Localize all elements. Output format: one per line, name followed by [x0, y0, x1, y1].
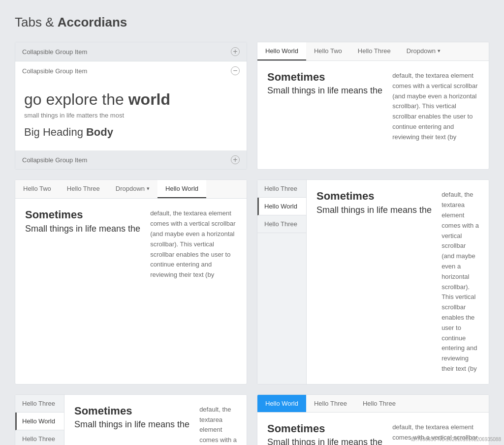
tab-pill-hello-three-1[interactable]: Hello Three	[306, 395, 355, 412]
vertical-tabs-content-bl: Sometimes Small things in life means the…	[64, 395, 247, 445]
tab-pill-hello-world[interactable]: Hello World	[257, 395, 306, 412]
vtabs-sometimes-sub: Small things in life means the	[316, 204, 432, 216]
tabs-panel-bottom-left: Hello Three Hello World Hello Three Some…	[15, 394, 247, 445]
tabs-br-content-left: Sometimes Small things in life means the	[267, 422, 382, 445]
vtab-bl-hello-three-2[interactable]: Hello Three	[15, 430, 64, 445]
tab-dropdown-mid[interactable]: Dropdown	[108, 180, 158, 198]
tabs-header-bottom-right: Hello World Hello Three Hello Three	[257, 395, 489, 413]
tabs-panel-mid-left: Hello Two Hello Three Dropdown Hello Wor…	[15, 179, 247, 384]
accordion-item-3[interactable]: Collapsible Group Item +	[15, 150, 247, 169]
tab-hello-three-mid[interactable]: Hello Three	[59, 180, 108, 198]
tabs-content-left-mid: Sometimes Small things in life means the	[25, 208, 140, 280]
tabs-header-top: Hello World Hello Two Hello Three Dropdo…	[257, 42, 489, 61]
expand-icon: +	[231, 47, 240, 56]
expand-icon-3: +	[231, 155, 240, 164]
vertical-tabs-nav: Hello Three Hello World Hello Three	[257, 180, 307, 384]
vtabs-bl-sometimes-heading: Sometimes	[74, 405, 189, 417]
vtabs-bl-body-text: default, the textarea element comes with…	[199, 405, 237, 445]
collapse-icon: −	[231, 66, 240, 75]
vtabs-body-text: default, the textarea element comes with…	[441, 190, 479, 374]
sometimes-heading: Sometimes	[267, 71, 382, 84]
sometimes-sub-mid: Small things in life means the	[25, 223, 140, 235]
tabs-header-mid-left: Hello Two Hello Three Dropdown Hello Wor…	[15, 180, 247, 199]
tab-hello-three[interactable]: Hello Three	[350, 42, 399, 60]
accordion-item-1[interactable]: Collapsible Group Item +	[15, 42, 247, 61]
accordion-subtitle: small things in life matters the most	[24, 112, 238, 119]
accordion-heading: Big Heading Body	[24, 126, 238, 139]
tab-hello-world[interactable]: Hello World	[257, 42, 306, 60]
tab-pill-hello-three-2[interactable]: Hello Three	[355, 395, 404, 412]
tabs-br-sometimes-heading: Sometimes	[267, 422, 382, 435]
tab-hello-world-mid[interactable]: Hello World	[158, 180, 206, 198]
tabs-body-text: default, the textarea element comes with…	[392, 71, 479, 143]
vertical-tabs-nav-bl: Hello Three Hello World Hello Three	[15, 395, 64, 445]
tabs-content-mid-left: Sometimes Small things in life means the…	[15, 199, 247, 290]
accordion-content: go explore the world small things in lif…	[15, 80, 247, 150]
page-title: Tabs & Accordians	[15, 15, 489, 30]
vtab-hello-three-1[interactable]: Hello Three	[257, 180, 306, 198]
vtab-hello-three-2[interactable]: Hello Three	[257, 215, 306, 233]
vtabs-bl-sometimes-sub: Small things in life means the	[74, 418, 189, 431]
vertical-tabs-content: Sometimes Small things in life means the…	[307, 180, 489, 384]
tabs-content-left: Sometimes Small things in life means the	[267, 71, 382, 143]
tab-hello-two-mid[interactable]: Hello Two	[15, 180, 59, 198]
accordion-panel: Collapsible Group Item + Collapsible Gro…	[15, 42, 247, 170]
accordion-item-2[interactable]: Collapsible Group Item −	[15, 61, 247, 80]
tabs-content-top: Sometimes Small things in life means the…	[257, 61, 489, 152]
vtab-bl-hello-world[interactable]: Hello World	[15, 413, 64, 430]
vtabs-bl-content-left: Sometimes Small things in life means the	[74, 405, 189, 445]
tabs-panel-mid-right: Hello Three Hello World Hello Three Some…	[257, 179, 489, 384]
sometimes-sub: Small things in life means the	[267, 85, 382, 97]
tabs-br-sometimes-sub: Small things in life means the	[267, 436, 382, 445]
vertical-tabs-wrapper-bl: Hello Three Hello World Hello Three Some…	[15, 395, 247, 445]
tab-hello-two[interactable]: Hello Two	[306, 42, 350, 60]
watermark: ID:7090656 NO:20201010162206935088	[411, 437, 502, 442]
tab-dropdown[interactable]: Dropdown	[399, 42, 448, 60]
vtab-hello-world[interactable]: Hello World	[257, 198, 306, 215]
vtabs-sometimes-heading: Sometimes	[316, 190, 432, 203]
tabs-panel-top-right: Hello World Hello Two Hello Three Dropdo…	[257, 42, 489, 170]
vertical-tabs-wrapper: Hello Three Hello World Hello Three Some…	[257, 180, 489, 384]
accordion-big-text: go explore the world	[24, 90, 238, 109]
vtab-bl-hello-three-1[interactable]: Hello Three	[15, 395, 64, 413]
tabs-body-text-mid: default, the textarea element comes with…	[150, 208, 237, 280]
vtabs-content-left: Sometimes Small things in life means the	[316, 190, 432, 374]
sometimes-heading-mid: Sometimes	[25, 208, 140, 221]
